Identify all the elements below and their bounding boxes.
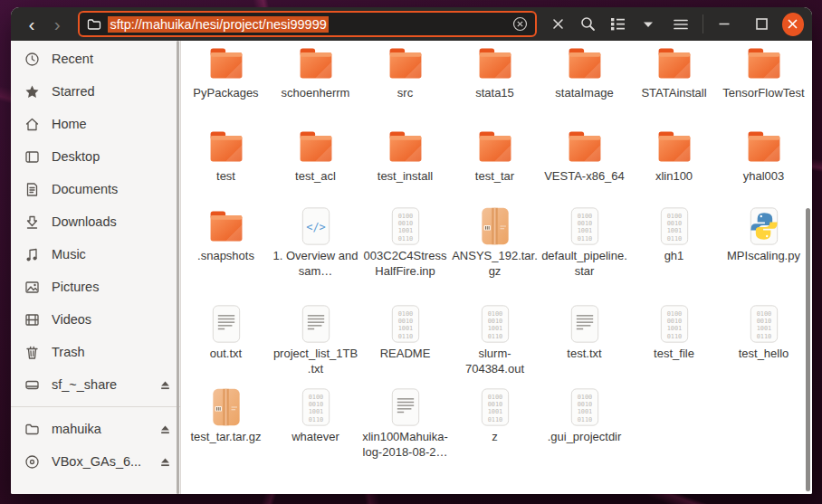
file-item[interactable]: test_acl bbox=[271, 127, 360, 206]
folder-icon bbox=[474, 127, 516, 166]
folder-icon bbox=[206, 127, 247, 166]
home-icon bbox=[24, 117, 40, 132]
binary-file-icon bbox=[564, 387, 606, 427]
address-text[interactable]: sftp://mahuika/nesi/project/nesi99999 bbox=[108, 16, 328, 33]
file-item[interactable]: STATAinstall bbox=[629, 43, 719, 127]
sidebar-item-downloads[interactable]: Downloads bbox=[11, 205, 180, 238]
eject-icon[interactable] bbox=[159, 456, 171, 468]
sidebar-item-home[interactable]: Home bbox=[11, 108, 180, 140]
sidebar-separator bbox=[11, 406, 180, 407]
list-view-icon bbox=[610, 17, 626, 31]
binary-file-icon bbox=[654, 304, 695, 344]
file-item[interactable]: MPIscaling.py bbox=[719, 206, 808, 304]
folder-icon bbox=[654, 127, 695, 166]
sidebar-item-starred[interactable]: Starred bbox=[11, 75, 180, 108]
folder-icon bbox=[474, 43, 516, 83]
file-item[interactable]: src bbox=[360, 43, 450, 127]
sidebar-item-documents[interactable]: Documents bbox=[11, 173, 180, 205]
file-item[interactable]: z bbox=[450, 387, 540, 494]
trash-icon bbox=[24, 345, 40, 360]
file-item[interactable]: test.txt bbox=[540, 304, 629, 387]
film-icon bbox=[24, 312, 40, 328]
file-item[interactable]: whatever bbox=[271, 387, 360, 494]
file-item[interactable]: 003C2C4StressHalfFire.inp bbox=[360, 206, 450, 304]
file-item[interactable]: README bbox=[360, 304, 450, 387]
file-item[interactable]: project_list_1TB.txt bbox=[271, 304, 360, 387]
sidebar-item-trash[interactable]: Trash bbox=[11, 336, 180, 368]
music-note-icon bbox=[24, 247, 40, 262]
eject-icon[interactable] bbox=[159, 379, 171, 391]
cancel-x-icon bbox=[552, 18, 564, 30]
eject-icon[interactable] bbox=[159, 423, 171, 435]
file-item[interactable]: test_tar.tar.gz bbox=[181, 387, 271, 494]
folder-icon bbox=[295, 127, 337, 166]
file-item[interactable]: default_pipeline.star bbox=[540, 206, 629, 304]
desktop-icon bbox=[24, 149, 40, 165]
file-item[interactable]: slurm-704384.out bbox=[450, 304, 540, 387]
back-button[interactable]: ‹ bbox=[19, 11, 44, 38]
text-file-icon bbox=[206, 304, 247, 344]
close-x-icon bbox=[788, 19, 798, 29]
file-item[interactable]: TensorFlowTest bbox=[719, 43, 808, 127]
python-file-icon bbox=[743, 206, 785, 246]
sidebar-scrollbar[interactable] bbox=[177, 41, 179, 494]
folder-icon bbox=[385, 127, 426, 166]
file-item[interactable]: stataImage bbox=[540, 43, 629, 127]
content-scrollbar[interactable] bbox=[806, 208, 810, 491]
header-bar: ‹ › sftp://mahuika/nesi/project/nesi9999… bbox=[11, 7, 812, 41]
menu-button[interactable] bbox=[666, 11, 696, 38]
sidebar-item-music[interactable]: Music bbox=[11, 238, 180, 271]
folder-icon bbox=[206, 43, 247, 83]
file-item[interactable]: gh1 bbox=[629, 206, 719, 304]
file-item[interactable]: PyPackages bbox=[181, 43, 271, 127]
sidebar-item-mahuika[interactable]: mahuika bbox=[11, 413, 180, 445]
file-item[interactable]: ANSYS_192.tar.gz bbox=[450, 206, 540, 304]
maximize-button[interactable] bbox=[747, 11, 777, 38]
view-toggle-button[interactable] bbox=[603, 11, 633, 38]
document-icon bbox=[24, 182, 40, 197]
text-file-icon bbox=[385, 387, 426, 427]
folder-icon bbox=[743, 127, 785, 166]
file-item[interactable]: test_file bbox=[629, 304, 719, 387]
sidebar-item-pictures[interactable]: Pictures bbox=[11, 271, 180, 303]
file-grid[interactable]: PyPackages schoenherrm src stata15 stata… bbox=[181, 41, 812, 494]
file-item[interactable]: stata15 bbox=[450, 43, 540, 127]
file-item[interactable]: .gui_projectdir bbox=[540, 387, 629, 494]
view-options-button[interactable] bbox=[633, 11, 663, 38]
file-item[interactable]: test_hello bbox=[719, 304, 808, 387]
minimize-button[interactable] bbox=[710, 11, 740, 38]
file-item[interactable]: schoenherrm bbox=[271, 43, 360, 127]
hamburger-menu-icon bbox=[674, 19, 688, 30]
folder-icon bbox=[206, 206, 247, 246]
file-item[interactable]: test bbox=[181, 127, 271, 206]
disc-icon bbox=[24, 454, 40, 470]
file-item[interactable]: .snapshots bbox=[181, 206, 271, 304]
sidebar-item-recent[interactable]: Recent bbox=[11, 43, 180, 75]
desktop-wallpaper: ‹ › sftp://mahuika/nesi/project/nesi9999… bbox=[0, 0, 822, 504]
file-item[interactable]: 1. Overview and sam… bbox=[271, 206, 360, 304]
folder-icon bbox=[743, 43, 785, 83]
file-item[interactable]: out.txt bbox=[181, 304, 271, 387]
close-button[interactable] bbox=[782, 13, 804, 36]
forward-button[interactable]: › bbox=[44, 11, 70, 38]
folder-icon bbox=[295, 43, 337, 83]
file-item[interactable]: xlin100 bbox=[629, 127, 719, 206]
cancel-location-button[interactable] bbox=[543, 11, 573, 38]
file-item[interactable]: test_install bbox=[360, 127, 450, 206]
address-bar[interactable]: sftp://mahuika/nesi/project/nesi99999 bbox=[78, 11, 537, 37]
clear-address-icon[interactable] bbox=[512, 16, 528, 32]
remote-folder-icon bbox=[24, 422, 40, 437]
sidebar-item-sf-share[interactable]: sf_~_share bbox=[11, 368, 180, 401]
file-item[interactable]: VESTA-x86_64 bbox=[540, 127, 629, 206]
file-item[interactable]: test_tar bbox=[450, 127, 540, 206]
sidebar-item-videos[interactable]: Videos bbox=[11, 303, 180, 336]
file-item[interactable]: xlin100Mahuika-log-2018-08-2… bbox=[360, 387, 450, 494]
binary-file-icon bbox=[385, 304, 426, 344]
sidebar-item-desktop[interactable]: Desktop bbox=[11, 140, 180, 173]
sidebar-item-other-locations[interactable]: Other Locations bbox=[11, 489, 180, 494]
minimize-icon bbox=[719, 23, 730, 25]
sidebar-item-vbox-gas[interactable]: VBox_GAs_6... bbox=[11, 445, 180, 478]
star-icon bbox=[24, 84, 40, 100]
search-button[interactable] bbox=[573, 11, 603, 38]
file-item[interactable]: yhal003 bbox=[719, 127, 808, 206]
